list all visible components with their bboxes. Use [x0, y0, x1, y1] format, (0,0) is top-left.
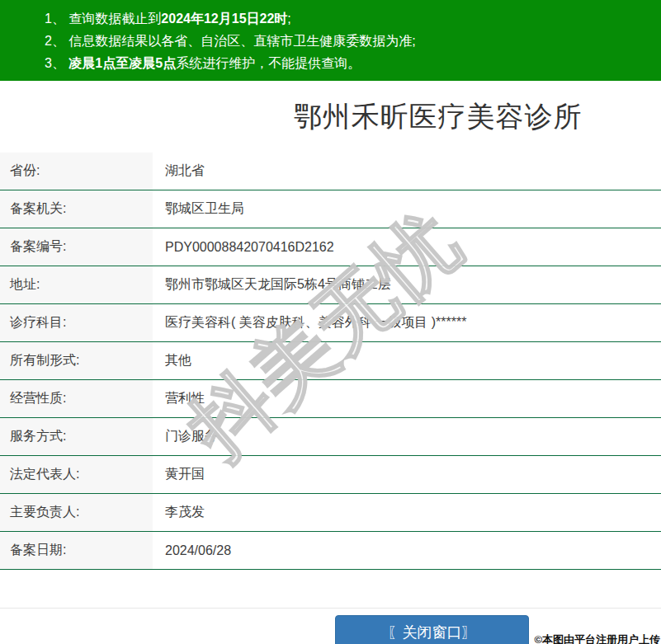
table-row-main-person-in-charge: 主要负责人: 李茂发	[0, 494, 661, 532]
field-value: 医疗美容科( 美容皮肤科、美容外科 一级项目 )******	[153, 304, 466, 341]
field-label: 备案编号:	[0, 228, 153, 266]
field-label: 主要负责人:	[0, 494, 153, 531]
field-label: 服务方式:	[0, 418, 153, 455]
field-value: 门诊服务	[153, 418, 218, 455]
notice-line-1: 1、 查询数据截止到2024年12月15日22时;	[45, 7, 653, 30]
table-row-record-number: 备案编号: PDY00008842070416D2162	[0, 228, 661, 266]
notice-line-3: 3、 凌晨1点至凌晨5点系统进行维护，不能提供查询。	[45, 52, 653, 74]
notice-line-1-suffix: ;	[287, 12, 290, 26]
record-info-table: 省份: 湖北省 备案机关: 鄂城区卫生局 备案编号: PDY0000884207…	[0, 153, 661, 570]
field-label: 备案日期:	[0, 532, 153, 569]
field-value: PDY00008842070416D2162	[153, 228, 334, 266]
field-label: 法定代表人:	[0, 456, 153, 493]
field-label: 诊疗科目:	[0, 304, 153, 341]
notice-line-1-bold: 2024年12月15日22时	[161, 12, 287, 26]
field-label: 地址:	[0, 266, 153, 303]
field-value: 湖北省	[153, 153, 205, 190]
table-row-record-date: 备案日期: 2024/06/28	[0, 532, 661, 570]
notice-line-1-text: 1、 查询数据截止到	[45, 12, 161, 26]
notice-banner: 1、 查询数据截止到2024年12月15日22时; 2、 信息数据结果以各省、自…	[0, 0, 661, 81]
field-label: 省份:	[0, 153, 153, 190]
table-row-ownership-form: 所有制形式: 其他	[0, 342, 661, 380]
table-row-business-nature: 经营性质: 营利性	[0, 380, 661, 418]
table-row-record-authority: 备案机关: 鄂城区卫生局	[0, 190, 661, 228]
table-row-legal-representative: 法定代表人: 黄开国	[0, 456, 661, 494]
close-window-button[interactable]: 〖关闭窗口〗	[335, 615, 529, 644]
corner-watermark: ©本图由平台注册用户上传	[534, 632, 660, 644]
field-label: 经营性质:	[0, 380, 153, 417]
footer-divider	[0, 608, 661, 609]
table-row-service-mode: 服务方式: 门诊服务	[0, 418, 661, 456]
table-row-medical-subjects: 诊疗科目: 医疗美容科( 美容皮肤科、美容外科 一级项目 )******	[0, 304, 661, 342]
field-label: 备案机关:	[0, 190, 153, 228]
field-value: 2024/06/28	[153, 532, 231, 569]
field-value: 鄂州市鄂城区天龙国际5栋4号商铺二层	[153, 266, 391, 303]
field-label: 所有制形式:	[0, 342, 153, 379]
field-value: 其他	[153, 342, 191, 379]
notice-line-3-text: 3、	[45, 56, 68, 70]
notice-line-2: 2、 信息数据结果以各省、自治区、直辖市卫生健康委数据为准;	[45, 30, 653, 52]
notice-line-3-suffix: 系统进行维护，不能提供查询。	[176, 56, 361, 70]
field-value: 李茂发	[153, 494, 205, 531]
title-area: 鄂州禾昕医疗美容诊所	[0, 81, 661, 153]
notice-line-2-text: 2、 信息数据结果以各省、自治区、直辖市卫生健康委数据为准;	[45, 34, 416, 48]
table-row-address: 地址: 鄂州市鄂城区天龙国际5栋4号商铺二层	[0, 266, 661, 304]
page-title: 鄂州禾昕医疗美容诊所	[294, 98, 583, 136]
table-row-province: 省份: 湖北省	[0, 153, 661, 190]
field-value: 黄开国	[153, 456, 205, 493]
field-value: 鄂城区卫生局	[153, 190, 244, 228]
notice-line-3-bold: 凌晨1点至凌晨5点	[68, 56, 176, 70]
field-value: 营利性	[153, 380, 205, 417]
